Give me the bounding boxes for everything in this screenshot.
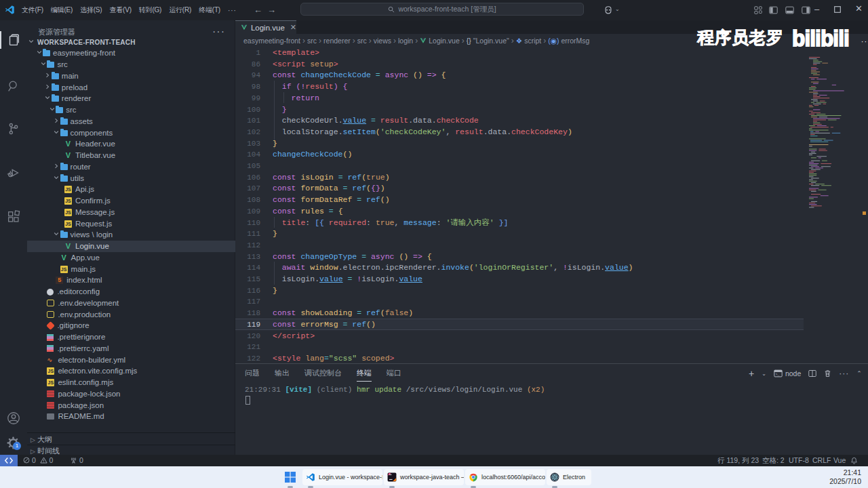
svg-text:>_: >_ [775,373,779,376]
